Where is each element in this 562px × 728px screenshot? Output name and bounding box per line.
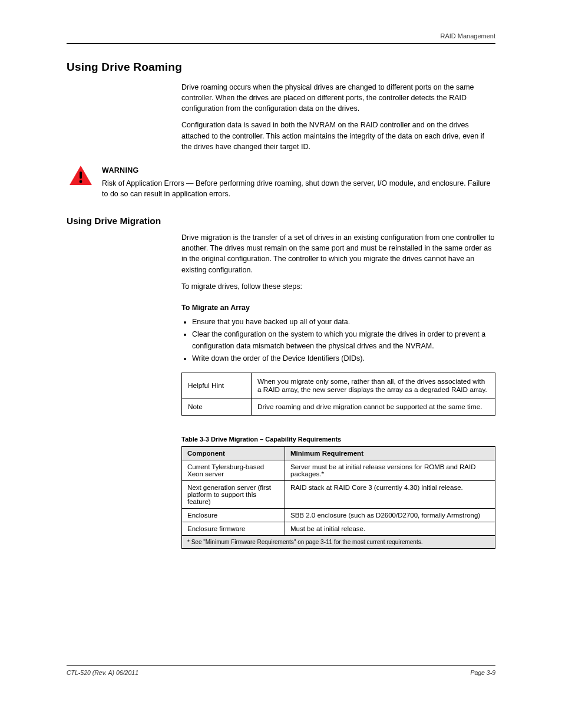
footer-rule [67, 665, 495, 666]
cell-label: Helpful Hint [182, 373, 252, 398]
procedure-steps: Ensure that you have backed up all of yo… [192, 317, 495, 365]
running-header: RAID Management [67, 32, 495, 39]
intro-para-1: Drive roaming occurs when the physical d… [181, 82, 495, 114]
cell: Enclosure firmware [182, 522, 285, 536]
table-row: Next generation server (first platform t… [182, 481, 495, 509]
table-caption: Table 3-3 Drive Migration – Capability R… [181, 436, 495, 443]
list-item: Write down the order of the Device Ident… [192, 353, 495, 364]
hint-note-table: Helpful Hint When you migrate only some,… [181, 373, 495, 416]
sub-para-2: To migrate drives, follow these steps: [181, 281, 495, 292]
warning-text: Risk of Application Errors — Before perf… [102, 178, 495, 199]
sub-body: Drive migration is the transfer of a set… [181, 232, 495, 365]
header-rule [67, 43, 495, 44]
intro-block: Drive roaming occurs when the physical d… [67, 82, 495, 158]
warning-icon-cell [67, 165, 102, 189]
intro-para-2: Configuration data is saved in both the … [181, 120, 495, 151]
col-header: Minimum Requirement [285, 447, 495, 460]
subsection-title: Using Drive Migration [67, 216, 495, 226]
warning-label: WARNING [102, 165, 495, 176]
warning-row: WARNING Risk of Application Errors — Bef… [67, 165, 495, 199]
cell: Server must be at initial release versio… [285, 460, 495, 481]
cell: Enclosure [182, 509, 285, 522]
sub-para-1: Drive migration is the transfer of a set… [181, 232, 495, 275]
requirements-table: Component Minimum Requirement Current Ty… [181, 446, 495, 549]
page-footer: CTL-520 (Rev. A) 06/2011 Page 3-9 [67, 665, 495, 676]
footer-row: CTL-520 (Rev. A) 06/2011 Page 3-9 [67, 669, 495, 676]
svg-rect-1 [80, 172, 82, 179]
cell: Current Tylersburg-based Xeon server [182, 460, 285, 481]
table-row: Current Tylersburg-based Xeon server Ser… [182, 460, 495, 481]
cell: Must be at initial release. [285, 522, 495, 536]
footer-right: Page 3-9 [470, 669, 495, 676]
list-item: Ensure that you have backed up all of yo… [192, 317, 495, 328]
page-body: RAID Management Using Drive Roaming Driv… [67, 32, 495, 549]
table-header-row: Component Minimum Requirement [182, 447, 495, 460]
cell: Next generation server (first platform t… [182, 481, 285, 509]
list-item: Clear the configuration on the system to… [192, 329, 495, 352]
footer-left: CTL-520 (Rev. A) 06/2011 [67, 669, 138, 676]
warning-triangle-icon [69, 165, 92, 186]
table-footnote: * See "Minimum Firmware Requirements" on… [182, 536, 495, 549]
table-row: Enclosure SBB 2.0 enclosure (such as D26… [182, 509, 495, 522]
cell: RAID stack at RAID Core 3 (currently 4.3… [285, 481, 495, 509]
sub-block: Drive migration is the transfer of a set… [67, 232, 495, 365]
cell: SBB 2.0 enclosure (such as D2600/D2700, … [285, 509, 495, 522]
cell-label: Note [182, 398, 252, 416]
cell-text: When you migrate only some, rather than … [252, 373, 495, 398]
section: Using Drive Roaming Drive roaming occurs… [67, 61, 495, 549]
col-header: Component [182, 447, 285, 460]
svg-point-2 [80, 180, 82, 183]
warning-body: WARNING Risk of Application Errors — Bef… [102, 165, 495, 199]
table-row: Enclosure firmware Must be at initial re… [182, 522, 495, 536]
table-row: Note Drive roaming and drive migration c… [182, 398, 495, 416]
intro-body: Drive roaming occurs when the physical d… [181, 82, 495, 158]
section-title: Using Drive Roaming [67, 61, 495, 74]
table-footnote-row: * See "Minimum Firmware Requirements" on… [182, 536, 495, 549]
table-row: Helpful Hint When you migrate only some,… [182, 373, 495, 398]
procedure-heading: To Migrate an Array [181, 302, 495, 313]
cell-text: Drive roaming and drive migration cannot… [252, 398, 495, 416]
